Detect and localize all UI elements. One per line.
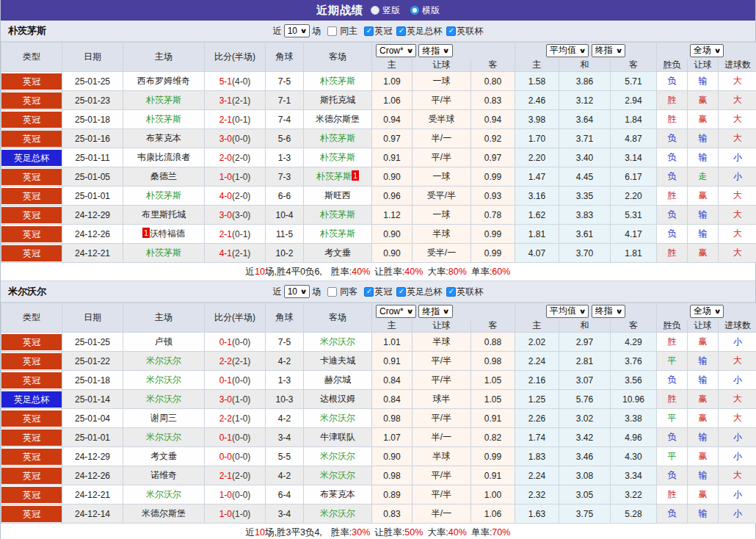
odds-handicap: 半/一 [412, 504, 471, 524]
avg-draw: 3.61 [559, 225, 611, 244]
average-select[interactable]: 平均值 ∨ [546, 305, 589, 318]
team-label: 斯旺西 [324, 190, 351, 200]
team-label: 朴茨茅斯 [320, 152, 355, 162]
odds-source-select[interactable]: Crow* ∨ [376, 44, 416, 57]
avg-home: 2.24 [515, 352, 559, 371]
team-label: 朴茨茅斯 [146, 95, 181, 105]
fulltime-select[interactable]: 全场 ∨ [690, 305, 724, 318]
team-name: 朴茨茅斯 [8, 24, 46, 37]
avg-away: 2.94 [611, 91, 657, 110]
result-handicap: 输 [688, 225, 719, 244]
result-handicap: 输 [688, 466, 719, 485]
radio-circle-icon[interactable] [371, 6, 379, 15]
odds-handicap: 球半 [412, 390, 471, 409]
corners: 7-5 [266, 333, 304, 352]
competition-badge: 英冠 [1, 169, 62, 185]
radio-circle-selected-icon[interactable] [410, 6, 419, 15]
match-row: 英冠25-01-01米尔沃尔0-1(0-0)3-4牛津联队1.07半/一0.82… [1, 428, 756, 447]
radio-horizontal[interactable]: 横版 [410, 4, 440, 17]
avg-home: 2.16 [515, 371, 559, 390]
radio-vertical[interactable]: 竖版 [371, 4, 400, 17]
halftime-score: (2-1) [232, 356, 250, 366]
competition-badge: 英冠 [1, 353, 62, 369]
result-winloss: 负 [657, 206, 688, 225]
fulltime-score: 3-0 [219, 210, 232, 220]
odds-home: 0.91 [372, 148, 412, 167]
summary-stat-value: 70% [492, 527, 510, 538]
summary-stat-value: 40% [448, 527, 467, 538]
avg-away: 4.17 [611, 225, 657, 244]
league-filters: ✓英冠✓英足总杯✓英联杯 [360, 25, 483, 37]
league-checkbox[interactable]: ✓ [364, 26, 374, 36]
team-label: 米德尔斯堡 [142, 508, 186, 518]
halftime-score: (2-0) [232, 471, 250, 481]
halftime-score: (0-0) [232, 452, 250, 462]
avg-home: 2.20 [515, 148, 559, 167]
competition-badge: 英冠 [1, 334, 62, 350]
result-goals: 大 [719, 129, 756, 148]
competition-badge: 英冠 [1, 449, 62, 465]
near-count-select[interactable]: 10 ∨ [284, 285, 310, 298]
away-team: 卡迪夫城 [304, 352, 372, 371]
corners: 5-5 [266, 447, 304, 466]
avg-away: 1.81 [611, 244, 657, 263]
top-bar: 近期战绩 竖版 横版 [1, 0, 755, 21]
match-type: 英冠 [1, 91, 62, 110]
league-checkbox[interactable]: ✓ [446, 26, 456, 36]
team-label: 西布罗姆维奇 [137, 76, 190, 86]
unit-label: 场 [312, 286, 321, 298]
unit-label: 场 [312, 25, 321, 37]
final-odds-select-2[interactable]: 终指 ∨ [592, 305, 625, 318]
final-odds-select[interactable]: 终指 ∨ [418, 44, 452, 57]
average-select[interactable]: 平均值 ∨ [546, 44, 589, 57]
fulltime-select[interactable]: 全场 ∨ [690, 44, 724, 57]
same-venue-checkbox[interactable] [327, 287, 337, 297]
competition-badge: 英冠 [1, 487, 62, 503]
result-winloss: 负 [657, 72, 688, 91]
team-label: 朴茨茅斯 [320, 228, 355, 239]
away-team: 朴茨茅斯1 [304, 167, 372, 187]
odds-handicap: 一球 [412, 72, 471, 91]
match-row: 英冠24-12-14米德尔斯堡1-0(1-0)3-4米尔沃尔0.83半/一1.0… [1, 504, 756, 524]
competition-badge: 英冠 [1, 410, 62, 427]
odds-home: 0.84 [372, 390, 412, 409]
same-venue-checkbox[interactable] [327, 26, 337, 36]
summary-text: 10 [255, 267, 265, 277]
competition-badge: 英冠 [1, 468, 62, 484]
fulltime-score: 5-1 [219, 76, 232, 87]
chevron-down-icon: ∨ [579, 47, 586, 54]
matches-table: 类型 日期 主场 比分(半场) 角球 客场 Crow* ∨ 终指 ∨ [1, 303, 756, 524]
league-checkbox[interactable]: ✓ [396, 26, 406, 36]
avg-away: 5.31 [611, 206, 657, 225]
odds-source-select[interactable]: Crow* ∨ [376, 305, 416, 318]
col-header-date: 日期 [62, 303, 123, 333]
match-date: 25-01-25 [62, 333, 123, 352]
avg-home: 3.98 [515, 110, 559, 129]
col-header-score: 比分(半场) [205, 43, 266, 72]
league-checkbox[interactable]: ✓ [364, 287, 374, 297]
final-odds-select[interactable]: 终指 ∨ [418, 305, 452, 318]
match-type: 英冠 [1, 352, 62, 371]
summary-stat-value: 50% [404, 527, 423, 538]
fulltime-score: 3-0 [219, 134, 232, 144]
odds-group-header: Crow* ∨ 终指 ∨ [372, 43, 515, 59]
home-team: 考文垂 [123, 447, 205, 466]
chevron-down-icon: ∨ [579, 308, 586, 315]
odds-home: 0.94 [372, 110, 412, 129]
league-label: 英联杯 [457, 25, 483, 37]
match-row: 英冠24-12-29考文垂0-0(0-0)5-5米尔沃尔0.90半球0.991.… [1, 447, 756, 466]
odds-handicap: 受平/半 [412, 187, 471, 206]
team-label: 米尔沃尔 [146, 375, 181, 385]
competition-badge: 英冠 [1, 207, 62, 223]
league-checkbox[interactable]: ✓ [446, 287, 456, 297]
team-label: 米德尔斯堡 [316, 114, 360, 124]
result-winloss: 负 [657, 504, 688, 524]
league-checkbox[interactable]: ✓ [396, 287, 406, 297]
score: 3-0(0-0) [205, 129, 266, 148]
header-controls-row: 类型 日期 主场 比分(半场) 角球 客场 Crow* ∨ 终指 ∨ [1, 303, 756, 319]
odds-handicap: 半球 [412, 225, 471, 244]
near-label: 近 [273, 286, 282, 298]
near-count-select[interactable]: 10 ∨ [284, 24, 310, 37]
home-team: 布莱克本 [123, 129, 205, 148]
final-odds-select-2[interactable]: 终指 ∨ [592, 44, 625, 57]
